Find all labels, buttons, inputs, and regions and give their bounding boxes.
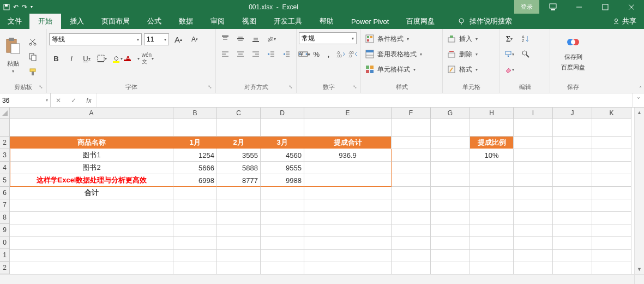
cell[interactable] <box>553 224 592 237</box>
format-as-table-button[interactable]: 套用表格格式▾ <box>363 48 424 61</box>
align-right-button[interactable] <box>249 48 263 61</box>
cell[interactable] <box>592 162 631 174</box>
cells-area[interactable]: 商品名称 1月 2月 3月 提成合计 提成比例 图书1 1254 3555 45… <box>10 119 634 274</box>
cell[interactable] <box>514 174 553 187</box>
cell[interactable] <box>173 199 217 212</box>
name-box[interactable]: 36▾ <box>0 93 51 107</box>
tab-layout[interactable]: 页面布局 <box>93 14 139 29</box>
cell[interactable] <box>431 149 470 162</box>
align-left-button[interactable] <box>218 48 232 61</box>
cell[interactable] <box>10 250 173 262</box>
maximize-button[interactable] <box>593 0 618 14</box>
cell[interactable] <box>553 187 592 199</box>
cell[interactable]: 6998 <box>173 174 217 187</box>
col-header[interactable]: K <box>592 108 631 119</box>
cell[interactable]: 9555 <box>261 162 304 174</box>
tab-help[interactable]: 帮助 <box>311 14 342 29</box>
font-launcher-icon[interactable]: ⤡ <box>208 84 212 90</box>
col-header[interactable]: C <box>217 108 261 119</box>
tab-review[interactable]: 审阅 <box>202 14 233 29</box>
cell[interactable] <box>217 237 261 250</box>
row-header[interactable]: 5 <box>0 174 10 187</box>
font-color-button[interactable]: A▾ <box>125 52 140 65</box>
grow-font-button[interactable]: A▴ <box>171 33 185 46</box>
cell[interactable] <box>514 262 553 275</box>
delete-cells-button[interactable]: 删除▾ <box>445 48 480 61</box>
cell[interactable]: 商品名称 <box>10 137 173 149</box>
fill-color-button[interactable]: ▾ <box>110 52 124 65</box>
col-header[interactable]: A <box>10 108 173 119</box>
cell[interactable] <box>514 212 553 224</box>
cancel-formula-button[interactable]: ✕ <box>51 97 66 104</box>
cell[interactable] <box>261 119 304 137</box>
cell[interactable] <box>304 212 392 224</box>
cell[interactable] <box>261 237 304 250</box>
cell[interactable] <box>470 212 514 224</box>
accounting-button[interactable]: ¥▾ <box>299 48 310 61</box>
row-header[interactable]: 4 <box>0 162 10 174</box>
cell[interactable] <box>592 119 631 137</box>
close-button[interactable] <box>619 0 644 14</box>
row-header[interactable]: 7 <box>0 199 10 212</box>
cut-button[interactable] <box>26 36 39 48</box>
cell[interactable] <box>304 174 392 187</box>
cell[interactable] <box>514 199 553 212</box>
row-header[interactable]: 9 <box>0 224 10 236</box>
cell[interactable] <box>431 137 470 149</box>
scroll-down-icon[interactable]: ▼ <box>637 264 642 274</box>
cell[interactable] <box>304 237 392 250</box>
format-cells-button[interactable]: 格式▾ <box>445 63 480 76</box>
paste-button[interactable]: 粘贴 ▾ <box>2 32 24 74</box>
comma-button[interactable]: , <box>323 48 334 61</box>
cell[interactable] <box>470 250 514 262</box>
cell[interactable] <box>470 262 514 275</box>
cell[interactable] <box>431 119 470 137</box>
cell[interactable]: 1月 <box>173 137 217 149</box>
cell[interactable] <box>514 149 553 162</box>
cell[interactable] <box>173 212 217 224</box>
cell[interactable] <box>592 199 631 212</box>
cell[interactable] <box>217 262 261 275</box>
cell[interactable] <box>470 187 514 199</box>
cell[interactable] <box>514 224 553 237</box>
cell[interactable] <box>173 187 217 199</box>
col-header[interactable]: G <box>431 108 470 119</box>
cell[interactable] <box>261 250 304 262</box>
cell[interactable] <box>592 137 631 149</box>
cell[interactable]: 提成比例 <box>470 137 514 149</box>
cell[interactable] <box>470 237 514 250</box>
cell[interactable] <box>10 212 173 224</box>
row-header[interactable]: 1 <box>0 249 10 262</box>
col-header[interactable]: E <box>304 108 392 119</box>
cell[interactable] <box>431 162 470 174</box>
cell[interactable] <box>10 119 173 137</box>
qat-undo-icon[interactable]: ↶ <box>13 3 19 11</box>
cell[interactable] <box>173 262 217 275</box>
fill-button[interactable]: ▾ <box>502 48 516 61</box>
cell[interactable]: 936.9 <box>304 149 392 162</box>
formula-input[interactable] <box>97 93 632 107</box>
italic-button[interactable]: I <box>64 52 79 65</box>
copy-button[interactable] <box>26 51 39 63</box>
cell[interactable] <box>392 174 431 187</box>
shrink-font-button[interactable]: A▾ <box>188 33 202 46</box>
cell[interactable] <box>392 212 431 224</box>
minimize-button[interactable] <box>567 0 592 14</box>
share-button[interactable]: 共享 <box>605 14 644 29</box>
cell[interactable]: 3月 <box>261 137 304 149</box>
cell[interactable] <box>261 262 304 275</box>
insert-cells-button[interactable]: 插入▾ <box>445 32 480 45</box>
cell[interactable] <box>261 212 304 224</box>
cell[interactable]: 5666 <box>173 162 217 174</box>
row-header[interactable]: 0 <box>0 236 10 249</box>
sort-filter-button[interactable]: AZ <box>519 32 533 45</box>
cell[interactable] <box>553 174 592 187</box>
cell[interactable] <box>261 187 304 199</box>
cell[interactable] <box>217 224 261 237</box>
cell[interactable] <box>261 199 304 212</box>
vertical-scrollbar[interactable]: ▲ ▼ <box>634 108 644 274</box>
col-header[interactable]: I <box>514 108 553 119</box>
format-painter-button[interactable] <box>26 66 39 78</box>
cell[interactable] <box>514 119 553 137</box>
cell[interactable] <box>392 187 431 199</box>
